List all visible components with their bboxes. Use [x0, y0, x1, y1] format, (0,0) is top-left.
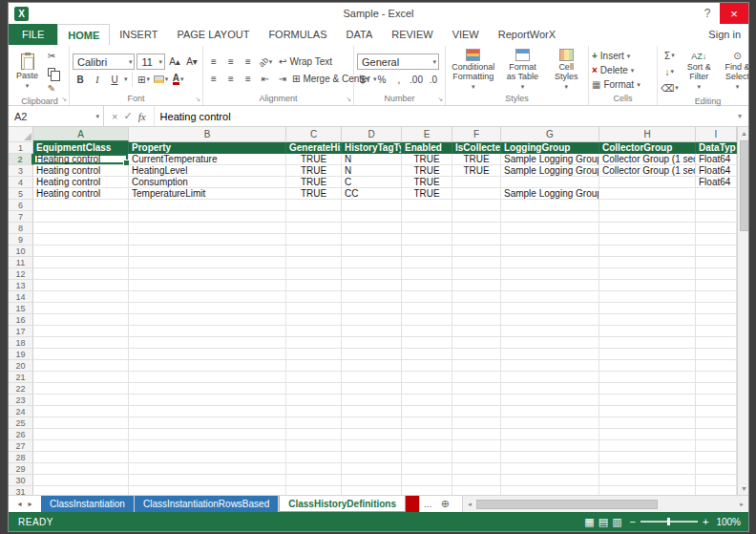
name-box[interactable]: A2 ▾ — [9, 106, 104, 126]
cell-B27[interactable] — [129, 440, 286, 452]
cell-B4[interactable]: Consumption — [129, 177, 286, 188]
sheet-tab-classhistorydefinitions[interactable]: ClassHistoryDefinitions — [279, 496, 406, 512]
cell-G11[interactable] — [501, 257, 599, 268]
cell-E29[interactable] — [402, 463, 452, 475]
cell-G3[interactable]: Sample Logging Group — [501, 165, 599, 177]
cell-B18[interactable] — [129, 337, 286, 349]
cell-B31[interactable] — [129, 486, 286, 495]
bold-button[interactable]: B — [73, 72, 88, 87]
cell-A21[interactable] — [33, 372, 129, 383]
cell-C25[interactable] — [286, 417, 342, 429]
cell-H31[interactable] — [599, 486, 696, 495]
row-header-30[interactable]: 30 — [9, 475, 33, 486]
cell-C19[interactable] — [286, 349, 342, 360]
column-header-C[interactable]: C — [286, 127, 342, 142]
cell-F7[interactable] — [452, 211, 501, 223]
ribbon-tab-file[interactable]: FILE — [9, 24, 57, 45]
row-header-17[interactable]: 17 — [9, 326, 33, 337]
row-header-11[interactable]: 11 — [9, 257, 33, 268]
cell-H5[interactable] — [599, 188, 696, 200]
cell-A17[interactable] — [33, 326, 129, 337]
cell-H28[interactable] — [599, 452, 696, 463]
cell-G6[interactable] — [501, 200, 599, 211]
cell-E21[interactable] — [402, 372, 452, 383]
vertical-scrollbar[interactable]: ▲ ▼ — [737, 127, 748, 495]
cell-E17[interactable] — [402, 326, 452, 337]
cell-D5[interactable]: CC — [342, 188, 402, 200]
cell-E7[interactable] — [402, 211, 452, 223]
find-select-button[interactable]: ⊙ Find & Select▾ — [720, 52, 749, 92]
cell-A7[interactable] — [33, 211, 129, 223]
cell-E13[interactable] — [402, 280, 452, 291]
cell-G17[interactable] — [501, 326, 599, 337]
cell-G27[interactable] — [501, 440, 599, 452]
cell-B7[interactable] — [129, 211, 286, 223]
cell-I21[interactable] — [696, 372, 737, 383]
cell-G16[interactable] — [501, 314, 599, 326]
cell-A27[interactable] — [33, 440, 129, 452]
cell-B22[interactable] — [129, 383, 286, 395]
cell-A8[interactable] — [33, 223, 129, 234]
cell-I2[interactable]: Float64 — [696, 154, 737, 165]
wrap-text-button[interactable]: ↩Wrap Text — [279, 54, 332, 69]
cell-G30[interactable] — [501, 475, 599, 486]
format-cells-button[interactable]: ▦Format▾ — [592, 77, 640, 92]
cell-B11[interactable] — [129, 257, 286, 268]
confirm-entry-button[interactable]: ✓ — [123, 110, 132, 122]
zoom-level[interactable]: 100% — [716, 517, 741, 527]
cell-D30[interactable] — [342, 475, 402, 486]
cell-B16[interactable] — [129, 314, 286, 326]
cell-H16[interactable] — [599, 314, 696, 326]
cell-I3[interactable]: Float64 — [696, 165, 737, 177]
cell-H21[interactable] — [599, 372, 696, 383]
underline-button[interactable]: U — [107, 72, 122, 87]
cell-I25[interactable] — [696, 417, 737, 429]
row-header-5[interactable]: 5 — [9, 188, 33, 200]
cell-I8[interactable] — [696, 223, 737, 234]
cell-E16[interactable] — [402, 314, 452, 326]
cell-D9[interactable] — [342, 234, 402, 246]
cell-A19[interactable] — [33, 349, 129, 360]
cell-E12[interactable] — [402, 268, 452, 280]
cell-G2[interactable]: Sample Logging Group — [501, 154, 599, 165]
cell-I6[interactable] — [696, 200, 737, 211]
cell-B25[interactable] — [129, 417, 286, 429]
cell-E11[interactable] — [402, 257, 452, 268]
cell-F3[interactable]: TRUE — [452, 165, 501, 177]
row-header-20[interactable]: 20 — [9, 360, 33, 372]
cell-F23[interactable] — [452, 395, 501, 406]
font-name-combo[interactable]: Calibri▾ — [73, 53, 135, 70]
cell-B6[interactable] — [129, 200, 286, 211]
cell-E27[interactable] — [402, 440, 452, 452]
cell-D24[interactable] — [342, 406, 402, 417]
column-header-I[interactable]: I — [696, 127, 737, 142]
align-left-button[interactable]: ≡ — [206, 72, 221, 87]
cell-D28[interactable] — [342, 452, 402, 463]
cell-A3[interactable]: Heating control — [33, 165, 129, 177]
clear-button[interactable]: ⌫▾ — [661, 80, 679, 96]
cell-I26[interactable] — [696, 429, 737, 440]
cell-C29[interactable] — [286, 463, 342, 475]
cell-H2[interactable]: Collector Group (1 seco — [599, 154, 696, 165]
cell-B12[interactable] — [129, 268, 286, 280]
borders-button[interactable]: ⊞▾ — [136, 72, 152, 87]
cell-D26[interactable] — [342, 429, 402, 440]
cell-E4[interactable]: TRUE — [402, 177, 452, 188]
cell-I4[interactable]: Float64 — [696, 177, 737, 188]
cell-I14[interactable] — [696, 291, 737, 303]
cell-E14[interactable] — [402, 291, 452, 303]
ribbon-tab-page-layout[interactable]: PAGE LAYOUT — [167, 24, 259, 45]
cell-F8[interactable] — [452, 223, 501, 234]
cell-G25[interactable] — [501, 417, 599, 429]
cell-E10[interactable] — [402, 246, 452, 257]
cell-B17[interactable] — [129, 326, 286, 337]
horizontal-scrollbar[interactable]: ◂ ▸ — [462, 496, 748, 512]
ribbon-tab-data[interactable]: DATA — [337, 24, 383, 45]
cell-G31[interactable] — [501, 486, 599, 495]
cell-A1[interactable]: EquipmentClass — [33, 142, 129, 154]
cell-G5[interactable]: Sample Logging Group — [501, 188, 599, 200]
sheet-nav-left-arrow[interactable]: ◂ — [17, 500, 21, 508]
row-header-6[interactable]: 6 — [9, 200, 33, 211]
cell-B10[interactable] — [129, 246, 286, 257]
scroll-down-arrow[interactable]: ▼ — [741, 482, 747, 495]
